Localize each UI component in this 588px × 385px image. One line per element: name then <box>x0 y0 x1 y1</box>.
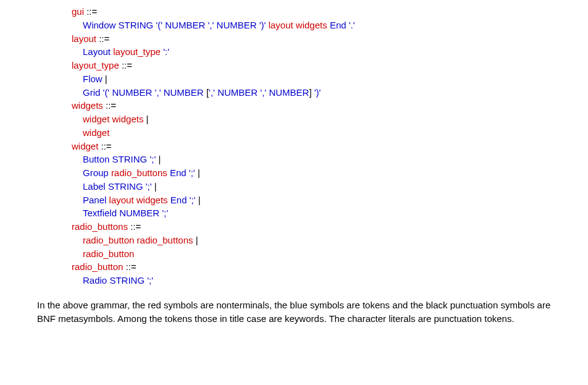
token: STRING <box>119 20 154 30</box>
grammar-rule-body: Radio STRING ';' <box>72 274 551 287</box>
grammar-rule-body: Grid '(' NUMBER ',' NUMBER [',' NUMBER '… <box>72 86 551 99</box>
token: '.' <box>349 20 355 30</box>
nonterminal: layout_type <box>113 46 161 57</box>
token: ':' <box>163 46 169 57</box>
metasymbol: | <box>198 195 201 205</box>
token: NUMBER <box>119 208 159 218</box>
nonterminal: radio_button <box>72 261 123 272</box>
metasymbol: ] <box>309 87 311 98</box>
grammar-block: gui ::=Window STRING '(' NUMBER ',' NUMB… <box>72 5 551 287</box>
nonterminal: radio_buttons <box>111 167 167 178</box>
metasymbol: ::= <box>130 221 141 232</box>
token: ',' <box>260 87 266 98</box>
grammar-rule-body: Layout layout_type ':' <box>72 45 551 59</box>
nonterminal: widgets <box>136 195 168 205</box>
token: NUMBER <box>165 20 205 30</box>
grammar-rule-head: gui ::= <box>72 5 551 19</box>
nonterminal: radio_buttons <box>72 221 128 232</box>
token: ',' <box>155 87 161 98</box>
token: ';' <box>147 275 153 286</box>
token: Label <box>83 181 106 192</box>
token: NUMBER <box>164 87 204 98</box>
token: NUMBER <box>217 20 257 30</box>
explanatory-paragraph: In the above grammar, the red symbols ar… <box>37 298 551 326</box>
metasymbol: | <box>146 114 149 124</box>
token: ';' <box>162 208 168 218</box>
token: NUMBER <box>269 87 309 98</box>
token: ',' <box>208 20 214 30</box>
metasymbol: ::= <box>122 60 132 70</box>
token: STRING <box>112 154 148 164</box>
token: Grid <box>83 87 100 98</box>
grammar-rule-body: Flow | <box>72 72 551 86</box>
grammar-rule-body: radio_button <box>72 247 551 261</box>
token: Panel <box>83 195 106 205</box>
token: NUMBER <box>112 87 152 98</box>
token: ')' <box>259 20 266 30</box>
grammar-rule-body: Textfield NUMBER ';' <box>72 206 551 220</box>
metasymbol: ::= <box>101 141 112 151</box>
nonterminal: radio_buttons <box>137 235 193 245</box>
grammar-rule-body: Window STRING '(' NUMBER ',' NUMBER ')' … <box>72 19 551 32</box>
token: '(' <box>103 87 110 98</box>
token: End <box>330 20 346 30</box>
token: Textfield <box>83 208 117 218</box>
grammar-rule-body: Panel layout widgets End ';' | <box>72 193 551 207</box>
token: Radio <box>83 275 107 286</box>
token: ';' <box>190 195 196 205</box>
grammar-rule-body: radio_button radio_buttons | <box>72 234 551 247</box>
token: ',' <box>209 87 215 98</box>
nonterminal: layout_type <box>72 60 119 70</box>
token: STRING <box>109 275 145 286</box>
metasymbol: | <box>158 154 161 164</box>
grammar-rule-body: Group radio_buttons End ';' | <box>72 166 551 180</box>
grammar-rule-head: radio_button ::= <box>72 260 551 274</box>
token: ')' <box>314 87 321 98</box>
token: ';' <box>146 181 152 192</box>
token: Button <box>83 154 109 164</box>
nonterminal: widget <box>72 141 98 151</box>
metasymbol: | <box>196 235 198 245</box>
grammar-rule-head: radio_buttons ::= <box>72 220 551 234</box>
nonterminal: layout <box>269 20 293 30</box>
metasymbol: | <box>198 167 200 178</box>
token: Layout <box>83 46 111 57</box>
metasymbol: ::= <box>106 100 116 111</box>
metasymbol: ::= <box>86 6 97 17</box>
nonterminal: widgets <box>72 100 103 111</box>
token: End <box>170 195 187 205</box>
grammar-rule-head: layout ::= <box>72 32 551 46</box>
token: ';' <box>189 167 195 178</box>
metasymbol: | <box>105 74 107 84</box>
nonterminal: radio_button <box>83 235 134 245</box>
grammar-rule-body: Label STRING ';' | <box>72 180 551 193</box>
token: Flow <box>83 74 103 84</box>
token: Window <box>83 20 116 30</box>
metasymbol: ::= <box>99 33 109 44</box>
grammar-rule-body: Button STRING ';' | <box>72 153 551 166</box>
token: NUMBER <box>217 87 258 98</box>
token: Group <box>83 167 109 178</box>
nonterminal: widget <box>83 114 109 124</box>
nonterminal: layout <box>72 33 96 44</box>
nonterminal: gui <box>72 6 84 17</box>
token: ';' <box>149 154 156 164</box>
token: End <box>170 167 187 178</box>
grammar-rule-body: widget <box>72 126 551 140</box>
grammar-rule-head: widgets ::= <box>72 99 551 112</box>
metasymbol: ::= <box>126 261 136 272</box>
metasymbol: | <box>154 181 157 192</box>
nonterminal: widgets <box>112 114 144 124</box>
token: STRING <box>108 181 143 192</box>
nonterminal: widget <box>83 127 109 138</box>
nonterminal: radio_button <box>83 248 134 259</box>
grammar-rule-head: widget ::= <box>72 140 551 153</box>
nonterminal: widgets <box>296 20 327 30</box>
document-content: gui ::=Window STRING '(' NUMBER ',' NUMB… <box>0 0 588 337</box>
nonterminal: layout <box>109 195 134 205</box>
grammar-rule-head: layout_type ::= <box>72 59 551 72</box>
token: '(' <box>156 20 162 30</box>
grammar-rule-body: widget widgets | <box>72 112 551 126</box>
